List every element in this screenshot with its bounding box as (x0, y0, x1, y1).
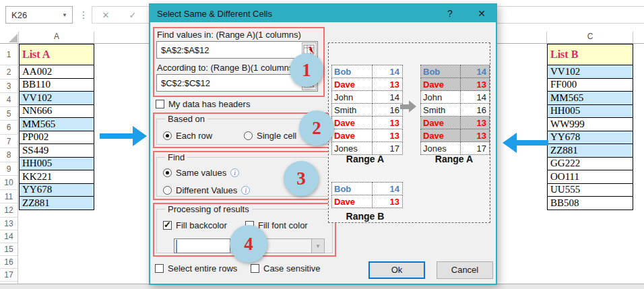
row-header-1[interactable]: 1 (0, 44, 18, 65)
list-cell[interactable]: MM565 (548, 92, 633, 105)
row-header-6[interactable]: 6 (0, 121, 18, 135)
list-cell[interactable]: WW999 (548, 118, 633, 131)
list-header-cell[interactable]: List A (20, 44, 94, 65)
list-cell[interactable]: OO111 (548, 170, 633, 184)
fill-backcolor-checkbox[interactable]: Fill backcolor (163, 220, 227, 230)
ok-button[interactable]: Ok (368, 261, 425, 279)
backcolor-swatch (176, 240, 177, 253)
range-a-before-table: Bob14Dave13John14Smith16Dave13Dave13Jone… (331, 65, 403, 155)
row-header-2[interactable]: 2 (0, 65, 18, 79)
checkbox-box[interactable] (163, 221, 172, 230)
row-header-3[interactable]: 3 (0, 79, 18, 94)
row-header-4[interactable]: 4 (0, 93, 18, 107)
list-cell[interactable]: ZZ881 (20, 197, 94, 210)
preview-value-cell: 13 (460, 78, 489, 91)
case-sensitive-checkbox[interactable]: Case sensitive (251, 263, 321, 274)
single-cell-radio[interactable]: Single cell (244, 131, 296, 141)
row-header-14[interactable]: 14 (0, 230, 18, 243)
select-entire-rows-checkbox[interactable]: Select entire rows (155, 263, 237, 274)
checkbox-box[interactable] (155, 264, 164, 273)
same-values-radio[interactable]: Same values i (163, 168, 239, 178)
each-row-label: Each row (176, 131, 212, 141)
row-header-11[interactable]: 11 (0, 190, 18, 204)
list-cell[interactable]: ZZ881 (548, 144, 633, 158)
dropdown-arrow-icon[interactable]: ▼ (312, 238, 325, 253)
list-cell[interactable]: KK221 (20, 170, 94, 184)
based-on-legend: Based on (165, 114, 207, 124)
right-pointer-arrow (503, 133, 548, 153)
each-row-radio[interactable]: Each row (163, 131, 212, 141)
list-cell[interactable]: VV102 (548, 65, 633, 79)
list-cell[interactable]: BB110 (20, 79, 94, 92)
case-sensitive-label: Case sensitive (263, 263, 321, 274)
row-header-5[interactable]: 5 (0, 107, 18, 121)
list-cell[interactable]: SS449 (20, 144, 94, 158)
name-box-caret-icon[interactable]: ▼ (62, 12, 72, 18)
formula-bar[interactable] (497, 6, 644, 24)
list-header-cell[interactable]: List B (548, 44, 633, 65)
radio-dot[interactable] (244, 131, 253, 140)
row-header-8[interactable]: 8 (0, 148, 18, 162)
checkbox-box[interactable] (156, 100, 164, 108)
find-values-input[interactable]: $A$2:$A$12 (156, 41, 318, 59)
name-box[interactable]: K26 ▼ (5, 6, 73, 24)
row-header-17[interactable]: 17 (0, 269, 18, 282)
preview-row: Dave13 (332, 195, 403, 208)
list-cell[interactable]: GG222 (548, 158, 633, 171)
processing-legend: Processing of results (165, 204, 252, 214)
info-icon[interactable]: i (241, 186, 250, 195)
row-header-column: 1234567891011121314151617 (0, 44, 18, 284)
step-badge-4: 4 (230, 225, 267, 263)
row-header-13[interactable]: 13 (0, 218, 18, 230)
preview-row: Bob14 (421, 65, 490, 78)
help-icon[interactable]: ? (443, 7, 457, 20)
list-cell[interactable]: HH005 (20, 158, 94, 171)
info-icon[interactable]: i (230, 168, 239, 177)
list-cell[interactable]: YY678 (20, 184, 94, 197)
formula-bar-grip-icon: ⋮ (79, 6, 88, 24)
preview-row: Dave13 (421, 129, 490, 142)
list-cell[interactable]: HH005 (548, 105, 633, 119)
preview-value-cell: 17 (373, 142, 403, 155)
preview-value-cell: 13 (373, 78, 403, 91)
list-cell[interactable]: NN666 (20, 105, 94, 119)
preview-value-cell: 14 (373, 65, 403, 78)
preview-name-cell: Bob (421, 65, 461, 78)
row-header-9[interactable]: 9 (0, 162, 18, 176)
row-header-7[interactable]: 7 (0, 135, 18, 149)
list-cell[interactable]: YY678 (548, 131, 633, 145)
list-cell[interactable]: PP002 (20, 131, 94, 145)
fill-backcolor-label: Fill backcolor (176, 220, 227, 230)
list-cell[interactable]: UU555 (548, 184, 633, 197)
list-cell[interactable]: AA002 (20, 65, 94, 79)
cancel-button[interactable]: Cancel (437, 261, 493, 279)
select-all-corner[interactable] (9, 34, 18, 42)
column-header-a[interactable]: A (19, 30, 94, 43)
row-header-16[interactable]: 16 (0, 256, 18, 269)
confirm-entry-icon[interactable]: ✓ (119, 10, 146, 20)
radio-dot[interactable] (163, 168, 172, 177)
list-cell[interactable]: VV102 (20, 92, 94, 105)
range-a-after-table: Bob14Dave13John14Smith16Dave13Dave13Jone… (420, 65, 490, 155)
preview-row: Jones17 (332, 142, 403, 155)
step-badge-1: 1 (290, 53, 323, 87)
cancel-entry-icon[interactable]: ✕ (92, 10, 119, 20)
row-header-10[interactable]: 10 (0, 176, 18, 190)
row-header-15[interactable]: 15 (0, 243, 18, 256)
list-cell[interactable]: MM565 (20, 118, 94, 131)
radio-dot[interactable] (163, 131, 172, 140)
different-values-radio[interactable]: Different Values i (163, 185, 250, 195)
preview-value-cell: 16 (373, 104, 403, 117)
fontcolor-dropdown[interactable]: ▼ (259, 238, 325, 253)
radio-dot[interactable] (163, 186, 172, 195)
find-legend: Find (165, 152, 187, 162)
close-icon[interactable]: ✕ (474, 7, 489, 20)
list-cell[interactable]: FF000 (548, 79, 633, 92)
row-header-12[interactable]: 12 (0, 203, 18, 218)
checkbox-box[interactable] (251, 264, 259, 273)
list-a-range: List AAA002BB110VV102NN666MM565PP002SS44… (19, 44, 94, 210)
my-data-has-headers-checkbox[interactable]: My data has headers (156, 99, 250, 109)
excel-window: K26 ▼ ⋮ ✕ ✓ A C 123456789101112131415161… (0, 0, 644, 289)
column-header-c[interactable]: C (547, 30, 633, 43)
list-cell[interactable]: BB508 (548, 197, 633, 210)
